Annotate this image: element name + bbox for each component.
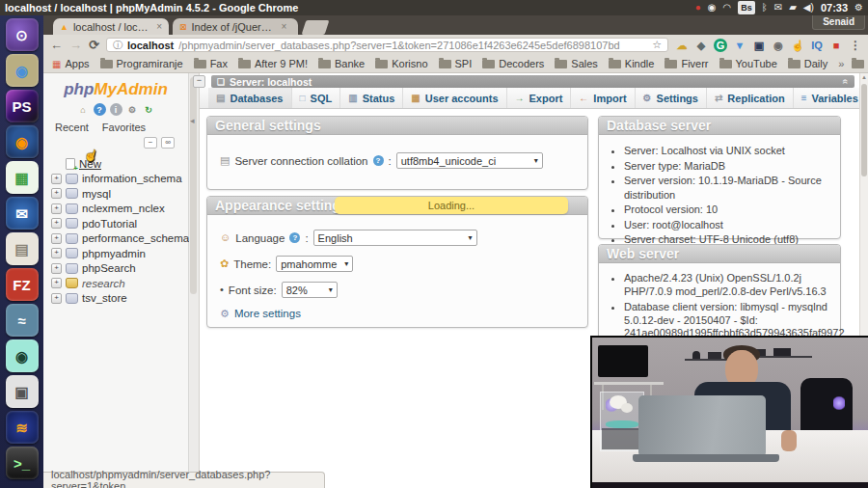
docs-icon[interactable]: i — [110, 103, 122, 116]
grammarly-g-icon[interactable]: G — [714, 39, 727, 52]
link-with-main-button[interactable]: ∞ — [161, 137, 175, 149]
battery-icon[interactable]: ▰ — [789, 1, 797, 14]
page-scroll-thumb[interactable] — [861, 84, 867, 176]
keyboard-layout-indicator[interactable]: Bs — [738, 1, 755, 14]
help-icon[interactable]: ? — [289, 232, 300, 243]
dark-tag-extension-icon[interactable]: ◆ — [694, 39, 708, 52]
tree-item[interactable]: + phpmyadmin — [51, 246, 188, 261]
collation-select[interactable]: utf8mb4_unicode_ci ▾ — [396, 152, 543, 169]
browser-tab-phpmyadmin[interactable]: ▲ localhost / localhost × — [53, 18, 169, 35]
server-tab[interactable]: ≡ Variables — [794, 88, 867, 108]
firefox-icon[interactable]: ◉ — [6, 125, 39, 158]
tab-close-icon[interactable]: × — [156, 21, 162, 32]
expand-icon[interactable]: + — [51, 203, 62, 214]
photo-camera-icon[interactable]: ▣ — [6, 375, 39, 408]
tree-item[interactable]: + research — [51, 276, 188, 291]
bookmarks-overflow-chevron[interactable]: » — [838, 58, 844, 69]
tree-item[interactable]: + mysql — [51, 186, 188, 202]
tree-item[interactable]: New — [51, 156, 188, 172]
expand-icon[interactable]: + — [51, 278, 62, 288]
page-info-icon[interactable]: ⓘ — [113, 39, 122, 52]
camera-lens-icon[interactable]: ◉ — [6, 339, 39, 372]
expand-icon[interactable]: + — [51, 218, 62, 229]
other-bookmarks[interactable]: Other bookmarks — [852, 58, 868, 69]
more-settings-link[interactable]: More settings — [234, 308, 301, 319]
expand-icon[interactable]: + — [51, 293, 62, 304]
octagon-extension-icon[interactable]: ◉ — [772, 39, 785, 52]
chrome-menu-icon[interactable]: ⋮ — [850, 39, 861, 52]
session-gear-icon[interactable]: ⚙ — [854, 1, 863, 14]
bookmark-folder[interactable]: YouTube — [719, 58, 777, 69]
sidebar-scrollbar[interactable] — [189, 73, 200, 488]
bookmark-folder[interactable]: Daily — [788, 58, 827, 69]
nav-collapse-arrow[interactable]: ◂ — [190, 116, 195, 125]
browser-tab-jquery[interactable]: ⊠ Index of /jQuery Tut × — [173, 18, 298, 35]
expand-icon[interactable]: + — [51, 248, 62, 258]
theme-select[interactable]: pmahomme ▾ — [276, 256, 353, 272]
bluetooth-icon[interactable]: ᛒ — [762, 1, 768, 14]
server-tab[interactable]: ← Import — [571, 88, 635, 108]
thunderbird-icon[interactable]: ✉ — [6, 197, 39, 230]
bookmark-folder[interactable]: Korisno — [375, 58, 427, 69]
libreoffice-calc-icon[interactable]: ▦ — [6, 161, 39, 194]
chrome-profile-badge[interactable]: Senaid — [812, 15, 865, 30]
expand-icon[interactable]: + — [51, 174, 62, 184]
volume-icon[interactable]: ◀) — [803, 1, 814, 14]
server-tab[interactable]: ▤ Databases — [208, 88, 292, 108]
tree-item[interactable]: + information_schema — [51, 172, 188, 187]
chrome-icon[interactable]: ◉ — [6, 54, 39, 87]
reload-navigation-icon[interactable]: ↻ — [143, 103, 155, 116]
collapse-all-button[interactable]: − — [144, 137, 157, 149]
collapse-header-icon[interactable]: « — [841, 79, 852, 85]
server-tab[interactable]: ▥ Status — [340, 88, 403, 108]
bookmark-folder[interactable]: SPI — [439, 58, 473, 69]
blue-drop-extension-icon[interactable]: ▼ — [733, 39, 746, 52]
new-tab-button[interactable] — [302, 20, 330, 35]
expand-icon[interactable]: + — [51, 188, 62, 199]
help-icon[interactable]: ? — [94, 103, 106, 116]
bookmark-star-icon[interactable]: ☆ — [652, 39, 662, 51]
tree-item[interactable]: + tsv_store — [51, 291, 188, 307]
expand-icon[interactable]: + — [51, 263, 62, 274]
expand-icon[interactable]: + — [51, 233, 62, 244]
badge-extension-icon[interactable]: ▣ — [752, 39, 766, 52]
wifi-icon[interactable]: ◠ — [723, 1, 732, 14]
settings-icon[interactable]: ⚙ — [126, 103, 139, 116]
server-tab[interactable]: ⚙ Settings — [636, 88, 707, 108]
audacity-icon[interactable]: ≋ — [6, 411, 39, 444]
panel-tab[interactable]: Favorites — [102, 122, 146, 133]
tree-item[interactable]: + phpSearch — [51, 261, 188, 277]
bookmark-folder[interactable]: Fiverr — [665, 58, 708, 69]
terminal-icon[interactable]: >_ — [6, 447, 39, 479]
help-icon[interactable]: ? — [373, 155, 384, 166]
red-square-extension-icon[interactable]: ■ — [829, 39, 843, 52]
tree-item[interactable]: + nclexmem_nclex — [51, 202, 188, 217]
panel-tab[interactable]: Recent — [55, 122, 89, 133]
back-button[interactable]: ← — [50, 38, 63, 53]
reload-button[interactable]: ⟳ — [89, 38, 99, 53]
iq-extension-icon[interactable]: IQ — [810, 39, 824, 52]
tab-close-icon[interactable]: × — [282, 21, 287, 32]
forward-button[interactable]: → — [69, 38, 82, 53]
archive-drawer-icon[interactable]: ▤ — [6, 232, 39, 265]
server-tab[interactable]: → Export — [507, 88, 572, 108]
home-icon[interactable]: ⌂ — [77, 103, 90, 116]
address-bar[interactable]: ⓘ localhost /phpmyadmin/server_databases… — [106, 38, 668, 52]
panel-minimize-button[interactable]: − — [193, 75, 205, 88]
mail-icon[interactable]: ✉ — [774, 1, 782, 14]
tree-item[interactable]: + performance_schema — [51, 231, 188, 247]
bookmark-folder[interactable]: Fax — [194, 58, 228, 69]
record-indicator-icon[interactable]: ● — [695, 1, 701, 14]
server-tab[interactable]: □ SQL — [292, 88, 341, 108]
scroll-up-arrow[interactable]: ▴ — [860, 73, 868, 81]
mysql-workbench-icon[interactable]: ≈ — [6, 304, 39, 337]
bookmark-folder[interactable]: After 9 PM! — [238, 58, 308, 69]
bookmark-folder[interactable]: Sales — [555, 58, 598, 69]
tree-item[interactable]: + pdoTutorial — [51, 216, 188, 231]
filezilla-icon[interactable]: FZ — [6, 268, 39, 301]
phpstorm-icon[interactable]: PS — [6, 90, 39, 122]
fontsize-select[interactable]: 82% ▾ — [282, 282, 338, 298]
bookmark-folder[interactable]: Programiranje — [100, 58, 183, 69]
apps-shortcut[interactable]: ▦ Apps — [52, 58, 90, 69]
bookmark-folder[interactable]: Banke — [318, 58, 365, 69]
